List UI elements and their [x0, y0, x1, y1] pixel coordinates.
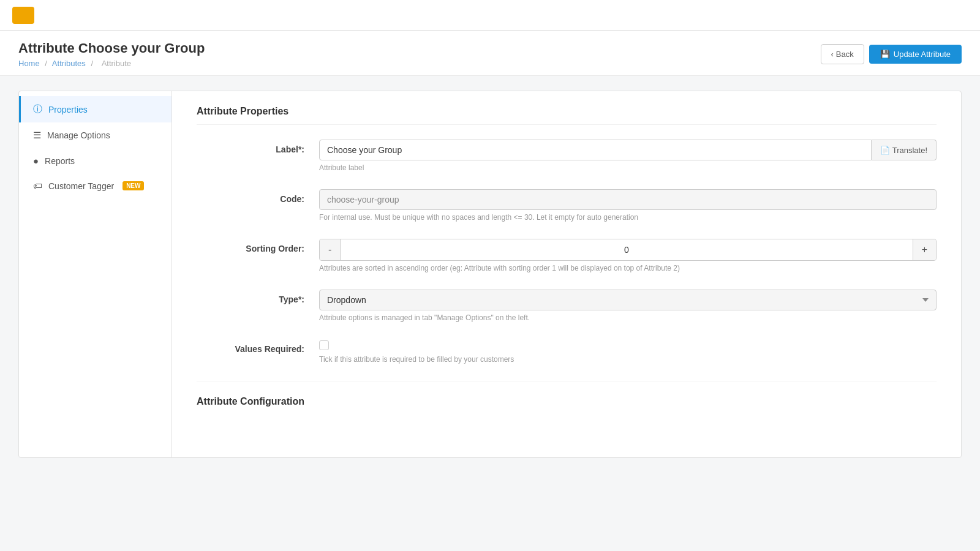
- values-required-checkbox[interactable]: [319, 340, 329, 350]
- code-help-text: For internal use. Must be unique with no…: [319, 213, 937, 222]
- type-field-label: Type*:: [197, 290, 319, 304]
- section-title-config: Attribute Configuration: [197, 396, 937, 407]
- sidebar-item-reports[interactable]: ● Reports: [19, 148, 172, 173]
- form-group-type: Type*: Dropdown Text Textarea Date Check…: [197, 290, 937, 322]
- sorting-input-group: - +: [319, 239, 937, 261]
- type-control-wrap: Dropdown Text Textarea Date Checkbox Att…: [319, 290, 937, 322]
- label-help-text: Attribute label: [319, 163, 937, 172]
- update-attribute-button[interactable]: 💾 Update Attribute: [869, 45, 962, 64]
- chevron-left-icon: ‹: [831, 50, 834, 59]
- breadcrumb-current: Attribute: [102, 59, 131, 68]
- values-required-control-wrap: Tick if this attribute is required to be…: [319, 339, 937, 364]
- sorting-increment-button[interactable]: +: [913, 239, 936, 260]
- values-required-field-label: Values Required:: [197, 339, 319, 354]
- globe-icon: ●: [33, 156, 39, 166]
- sidebar-item-manage-options[interactable]: ☰ Manage Options: [19, 122, 172, 148]
- code-input: [319, 189, 937, 210]
- breadcrumb-home[interactable]: Home: [18, 59, 40, 68]
- sidebar-item-label-reports: Reports: [45, 156, 75, 166]
- save-icon: 💾: [880, 50, 890, 59]
- section-divider: [197, 381, 937, 381]
- page-header-left: Attribute Choose your Group Home / Attri…: [18, 40, 205, 68]
- form-area: Attribute Properties Label*: 📄 Translate…: [172, 91, 961, 457]
- translate-button[interactable]: 📄 Translate!: [872, 140, 937, 160]
- sidebar-item-label-manage-options: Manage Options: [47, 130, 110, 140]
- type-help-text: Attribute options is managed in tab "Man…: [319, 313, 937, 322]
- sorting-order-input[interactable]: [341, 240, 912, 260]
- code-control-wrap: For internal use. Must be unique with no…: [319, 189, 937, 222]
- label-field-label: Label*:: [197, 140, 319, 154]
- form-group-code: Code: For internal use. Must be unique w…: [197, 189, 937, 222]
- page-title: Attribute Choose your Group: [18, 40, 205, 56]
- back-button[interactable]: ‹ Back: [821, 44, 864, 64]
- tag-icon: 🏷: [33, 181, 42, 191]
- form-group-values-required: Values Required: Tick if this attribute …: [197, 339, 937, 364]
- header-actions: ‹ Back 💾 Update Attribute: [821, 44, 962, 64]
- main-content: ⓘ Properties ☰ Manage Options ● Reports …: [0, 76, 980, 551]
- info-circle-icon: ⓘ: [33, 103, 42, 115]
- new-badge: NEW: [123, 181, 144, 190]
- sorting-order-field-label: Sorting Order:: [197, 239, 319, 253]
- sidebar-item-label-properties: Properties: [48, 105, 88, 114]
- label-input-group: 📄 Translate!: [319, 140, 937, 160]
- form-group-sorting-order: Sorting Order: - + Attributes are sorted…: [197, 239, 937, 272]
- top-bar: [0, 0, 980, 31]
- label-control-wrap: 📄 Translate! Attribute label: [319, 140, 937, 172]
- sidebar-item-customer-tagger[interactable]: 🏷 Customer Tagger NEW: [19, 173, 172, 198]
- breadcrumb-attributes[interactable]: Attributes: [52, 59, 86, 68]
- logo: [12, 7, 34, 24]
- content-card: ⓘ Properties ☰ Manage Options ● Reports …: [18, 91, 962, 458]
- sorting-order-control-wrap: - + Attributes are sorted in ascending o…: [319, 239, 937, 272]
- sidebar-item-label-customer-tagger: Customer Tagger: [48, 181, 114, 191]
- sorting-decrement-button[interactable]: -: [320, 239, 341, 260]
- list-icon: ☰: [33, 130, 41, 141]
- sorting-order-help-text: Attributes are sorted in ascending order…: [319, 264, 937, 272]
- type-select[interactable]: Dropdown Text Textarea Date Checkbox: [319, 290, 937, 310]
- values-required-help-text: Tick if this attribute is required to be…: [319, 355, 937, 364]
- sidebar-item-properties[interactable]: ⓘ Properties: [19, 96, 172, 122]
- translate-icon: 📄: [880, 146, 890, 155]
- label-input[interactable]: [319, 140, 872, 160]
- sidebar: ⓘ Properties ☰ Manage Options ● Reports …: [19, 91, 172, 457]
- code-field-label: Code:: [197, 189, 319, 204]
- breadcrumb: Home / Attributes / Attribute: [18, 59, 205, 68]
- section-title-properties: Attribute Properties: [197, 106, 937, 125]
- form-group-label: Label*: 📄 Translate! Attribute label: [197, 140, 937, 172]
- page-header: Attribute Choose your Group Home / Attri…: [0, 31, 980, 76]
